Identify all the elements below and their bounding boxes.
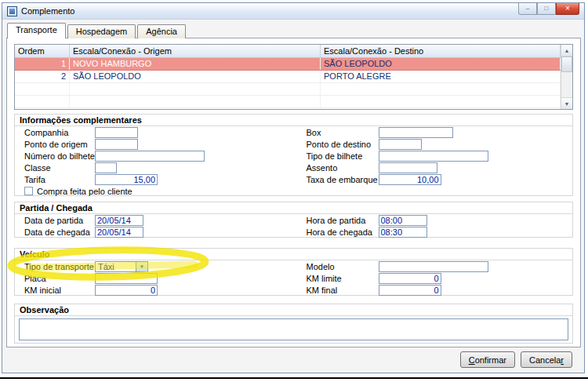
chevron-down-icon[interactable]: ▼ [136, 261, 148, 272]
ponto-origem-label: Ponto de origem [16, 140, 95, 149]
section-partida-chegada: Partida / Chegada Data de partida Hora d… [14, 202, 573, 238]
grid-row-empty [15, 83, 561, 96]
box-field[interactable] [379, 127, 453, 138]
tipo-bilhete-label: Tipo de bilhete [294, 151, 379, 161]
tab-transporte[interactable]: Transporte [7, 23, 66, 38]
data-partida-label: Data de partida [16, 216, 95, 225]
modelo-field[interactable] [379, 261, 488, 272]
cancelar-button[interactable]: Cancelar [521, 351, 572, 368]
companhia-field[interactable] [95, 127, 138, 138]
section-title: Informações complementares [15, 115, 572, 126]
cell-origem: SÃO LEOPOLDO [70, 71, 321, 82]
cell-ordem: 2 [15, 71, 70, 82]
title-bar[interactable]: Complemento – □ × [2, 3, 584, 20]
tipo-transporte-dropdown[interactable]: Táxi ▼ [95, 261, 148, 272]
hora-chegada-label: Hora de chegada [294, 227, 379, 237]
data-partida-field[interactable] [95, 215, 143, 226]
assento-label: Assento [294, 163, 379, 173]
tab-hospedagem[interactable]: Hospedagem [67, 24, 136, 38]
tab-strip: Transporte Hospedagem Agência [7, 23, 187, 38]
tab-agencia[interactable]: Agência [137, 24, 186, 38]
tarifa-field[interactable] [95, 174, 158, 185]
modelo-label: Modelo [294, 262, 379, 271]
section-title: Veículo [15, 249, 572, 260]
hora-partida-field[interactable] [379, 215, 427, 226]
grid-header: Ordem Escala/Conexão - Origem Escala/Con… [15, 45, 561, 58]
section-informacoes-complementares: Informações complementares Companhia Box… [14, 114, 573, 196]
grid-row-empty [15, 96, 561, 108]
window-title: Complemento [21, 6, 74, 16]
scroll-down-icon[interactable]: ▼ [561, 97, 572, 109]
transporte-panel: Ordem Escala/Conexão - Origem Escala/Con… [6, 38, 581, 347]
section-title: Partida / Chegada [15, 202, 572, 214]
numero-bilhete-field[interactable] [95, 151, 205, 162]
km-final-field[interactable] [379, 285, 441, 296]
app-icon [7, 6, 17, 16]
data-chegada-field[interactable] [95, 227, 143, 238]
grid-scrollbar[interactable]: ▲ ▼ [561, 45, 572, 109]
ponto-origem-field[interactable] [95, 139, 138, 150]
compra-cliente-checkbox[interactable] [24, 187, 33, 195]
escalas-grid: Ordem Escala/Conexão - Origem Escala/Con… [14, 44, 573, 110]
close-icon[interactable]: × [556, 3, 579, 15]
cell-origem: NOVO HAMBURGO [70, 58, 321, 70]
km-inicial-label: KM inicial [16, 286, 95, 295]
ponto-destino-label: Ponto de destino [294, 140, 379, 149]
observacao-field[interactable] [19, 318, 568, 340]
maximize-icon[interactable]: □ [537, 3, 556, 15]
tipo-bilhete-field[interactable] [379, 151, 488, 162]
dialog-buttons: Confirmar Cancelar [460, 351, 572, 368]
km-final-label: KM final [294, 286, 379, 295]
tipo-transporte-value: Táxi [95, 261, 136, 272]
taxa-embarque-field[interactable] [379, 174, 441, 185]
scrollbar-thumb[interactable] [561, 56, 572, 72]
grid-row[interactable]: 2 SÃO LEOPOLDO PORTO ALEGRE [15, 71, 561, 83]
hora-chegada-field[interactable] [379, 227, 427, 238]
complemento-window: Complemento – □ × Transporte Hospedagem … [2, 2, 585, 373]
tipo-transporte-label: Tipo de transporte [16, 262, 95, 271]
column-header-origem[interactable]: Escala/Conexão - Origem [70, 45, 321, 57]
km-inicial-field[interactable] [95, 285, 158, 296]
placa-field[interactable] [95, 273, 158, 284]
tarifa-label: Tarifa [16, 175, 95, 184]
placa-label: Placa [16, 274, 95, 283]
section-veiculo: Veículo Tipo de transporte Táxi ▼ Modelo… [14, 248, 573, 296]
column-header-destino[interactable]: Escala/Conexão - Destino [321, 45, 561, 57]
classe-field[interactable] [95, 162, 117, 173]
hora-partida-label: Hora de partida [294, 216, 379, 225]
cell-destino: SÃO LEOPOLDO [321, 58, 561, 70]
km-limite-label: KM limite [294, 274, 379, 283]
minimize-icon[interactable]: – [518, 3, 537, 15]
grid-row-selected[interactable]: 1 NOVO HAMBURGO SÃO LEOPOLDO [15, 58, 561, 71]
column-header-ordem[interactable]: Ordem [15, 45, 70, 57]
section-title: Observação [15, 304, 572, 316]
screenshot-edge-line [0, 377, 588, 379]
scroll-up-icon[interactable]: ▲ [561, 45, 572, 56]
ponto-destino-field[interactable] [379, 139, 422, 150]
compra-cliente-label: Compra feita pelo cliente [37, 187, 132, 196]
assento-field[interactable] [379, 162, 437, 173]
classe-label: Classe [16, 163, 95, 173]
taxa-embarque-label: Taxa de embarque [294, 175, 379, 184]
cell-ordem: 1 [15, 58, 70, 70]
window-controls: – □ × [518, 3, 579, 15]
companhia-label: Companhia [16, 128, 95, 137]
box-label: Box [294, 128, 379, 137]
data-chegada-label: Data de chegada [16, 227, 95, 237]
confirmar-button[interactable]: Confirmar [460, 351, 515, 368]
km-limite-field[interactable] [379, 273, 441, 284]
section-observacao: Observação [14, 304, 573, 344]
numero-bilhete-label: Número do bilhete [16, 151, 95, 161]
cell-destino: PORTO ALEGRE [321, 71, 561, 82]
